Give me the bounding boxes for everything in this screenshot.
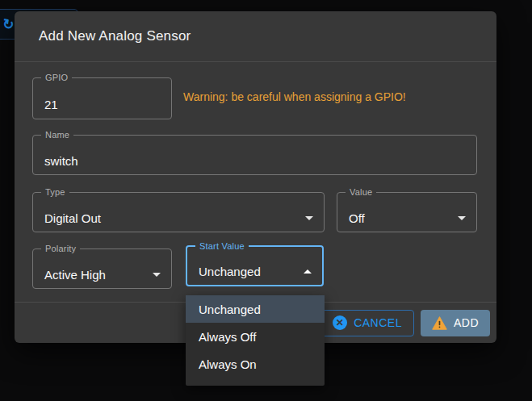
refresh-icon: ↻ — [1, 15, 15, 33]
add-sensor-dialog: Add New Analog Sensor GPIO 21 Warning: b… — [15, 11, 496, 343]
chevron-up-icon — [304, 269, 312, 274]
cancel-button-label: CANCEL — [354, 316, 402, 329]
gpio-field[interactable]: GPIO 21 — [32, 73, 172, 119]
polarity-value: Active High — [44, 267, 106, 281]
warning-triangle-icon — [432, 316, 447, 330]
type-value: Digital Out — [44, 211, 101, 224]
start-value-menu: Unchanged Always Off Always On — [186, 295, 325, 386]
polarity-select[interactable]: Polarity Active High — [32, 244, 172, 289]
chevron-down-icon — [305, 216, 313, 220]
chevron-down-icon — [153, 273, 161, 277]
value-select[interactable]: Value Off — [337, 187, 477, 232]
start-value-select[interactable]: Start Value Unchanged — [186, 241, 324, 286]
dialog-header: Add New Analog Sensor — [15, 11, 496, 62]
chevron-down-icon — [458, 216, 466, 220]
gpio-label: GPIO — [41, 73, 72, 82]
start-value-label: Start Value — [195, 241, 249, 251]
gpio-warning-text: Warning: be careful when assigning a GPI… — [183, 90, 406, 103]
type-select[interactable]: Type Digital Out — [32, 187, 325, 232]
menu-item-always-on[interactable]: Always On — [186, 350, 325, 378]
start-value-value: Unchanged — [199, 265, 261, 278]
name-field[interactable]: Name switch — [32, 130, 477, 175]
menu-item-unchanged[interactable]: Unchanged — [186, 295, 325, 323]
add-button-label: ADD — [454, 316, 479, 329]
add-button[interactable]: ADD — [421, 310, 490, 336]
cancel-circle-icon: ✕ — [333, 315, 347, 330]
value-value: Off — [349, 211, 365, 224]
name-label: Name — [41, 130, 73, 140]
type-label: Type — [41, 187, 69, 197]
value-label: Value — [346, 187, 376, 197]
gpio-value[interactable]: 21 — [44, 97, 58, 111]
dialog-title: Add New Analog Sensor — [39, 28, 191, 44]
polarity-label: Polarity — [41, 244, 80, 253]
name-value[interactable]: switch — [44, 153, 78, 167]
menu-item-always-off[interactable]: Always Off — [186, 323, 325, 350]
cancel-button[interactable]: ✕ CANCEL — [320, 310, 414, 336]
